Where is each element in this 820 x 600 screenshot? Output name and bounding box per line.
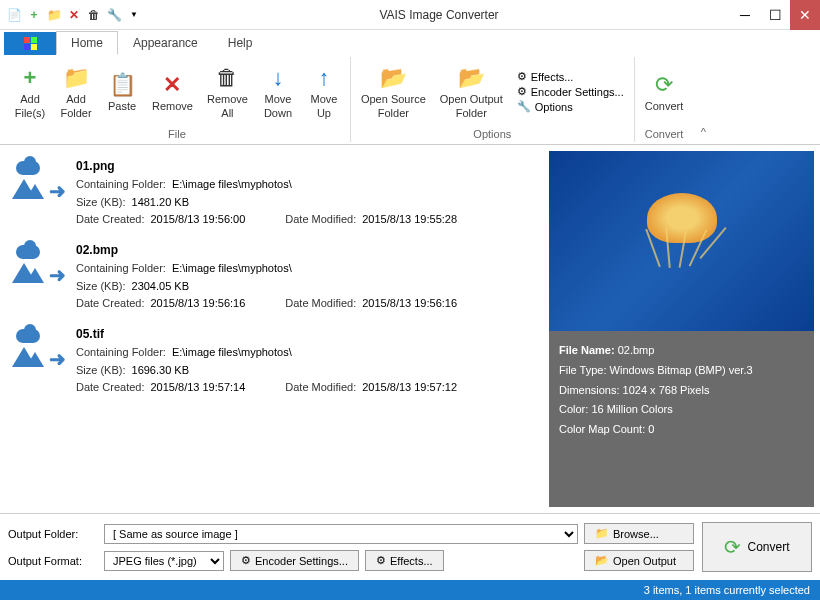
ribbon-group-convert: ⟳Convert Convert bbox=[635, 57, 694, 142]
qat-dropdown-icon[interactable]: ▼ bbox=[126, 7, 142, 23]
maximize-button[interactable]: ☐ bbox=[760, 0, 790, 30]
add-files-button[interactable]: +AddFile(s) bbox=[8, 57, 52, 126]
gear-icon: ⚙ bbox=[241, 554, 251, 567]
convert-button-main[interactable]: ⟳Convert bbox=[702, 522, 812, 572]
qat-new-icon[interactable]: 📄 bbox=[6, 7, 22, 23]
image-file-icon: ➜ bbox=[10, 241, 66, 289]
add-folder-button[interactable]: 📁AddFolder bbox=[54, 57, 98, 126]
output-format-label: Output Format: bbox=[8, 555, 98, 567]
output-folder-label: Output Folder: bbox=[8, 528, 98, 540]
move-down-button[interactable]: ↓MoveDown bbox=[256, 57, 300, 126]
encoder-settings-button-bottom[interactable]: ⚙Encoder Settings... bbox=[230, 550, 359, 571]
ribbon-group-label: Convert bbox=[639, 126, 690, 142]
tab-home[interactable]: Home bbox=[56, 31, 118, 55]
move-up-button[interactable]: ↑MoveUp bbox=[302, 57, 346, 126]
ribbon-group-label: Options bbox=[355, 126, 630, 142]
window-controls: ─ ☐ ✕ bbox=[730, 0, 820, 30]
qat-settings-icon[interactable]: 🔧 bbox=[106, 7, 122, 23]
titlebar: 📄 + 📁 ✕ 🗑 🔧 ▼ VAIS Image Converter ─ ☐ ✕ bbox=[0, 0, 820, 30]
ribbon-collapse-button[interactable]: ^ bbox=[693, 57, 713, 142]
remove-all-button[interactable]: 🗑RemoveAll bbox=[201, 57, 254, 126]
file-list[interactable]: ➜ 01.png Containing Folder:E:\image file… bbox=[6, 151, 543, 507]
status-bar: 3 items, 1 items currently selected bbox=[0, 580, 820, 600]
ribbon-tabs: Home Appearance Help bbox=[0, 30, 820, 55]
ribbon-group-file: +AddFile(s) 📁AddFolder 📋Paste ✕Remove 🗑R… bbox=[4, 57, 351, 142]
main-area: ➜ 01.png Containing Folder:E:\image file… bbox=[0, 145, 820, 513]
preview-info: File Name: 02.bmp File Type: Windows Bit… bbox=[549, 331, 814, 507]
output-format-select[interactable]: JPEG files (*.jpg) bbox=[104, 551, 224, 571]
file-details: 05.tif Containing Folder:E:\image files\… bbox=[76, 325, 539, 397]
qat-folder-icon[interactable]: 📁 bbox=[46, 7, 62, 23]
effects-button-bottom[interactable]: ⚙Effects... bbox=[365, 550, 444, 571]
effects-button[interactable]: ⚙Effects... bbox=[517, 70, 624, 83]
output-folder-select[interactable]: [ Same as source image ] bbox=[104, 524, 578, 544]
gear-icon: ⚙ bbox=[517, 85, 527, 98]
preview-panel: File Name: 02.bmp File Type: Windows Bit… bbox=[549, 151, 814, 507]
tab-appearance[interactable]: Appearance bbox=[118, 31, 213, 55]
tab-help[interactable]: Help bbox=[213, 31, 268, 55]
file-details: 02.bmp Containing Folder:E:\image files\… bbox=[76, 241, 539, 313]
ribbon-group-options: 📂Open SourceFolder 📂Open OutputFolder ⚙E… bbox=[351, 57, 635, 142]
open-source-folder-button[interactable]: 📂Open SourceFolder bbox=[355, 57, 432, 126]
file-name: 02.bmp bbox=[76, 241, 539, 260]
file-details: 01.png Containing Folder:E:\image files\… bbox=[76, 157, 539, 229]
encoder-settings-button[interactable]: ⚙Encoder Settings... bbox=[517, 85, 624, 98]
qat-add-icon[interactable]: + bbox=[26, 7, 42, 23]
status-text: 3 items, 1 items currently selected bbox=[644, 584, 810, 596]
window-title: VAIS Image Converter bbox=[148, 8, 730, 22]
file-name: 01.png bbox=[76, 157, 539, 176]
wrench-icon: 🔧 bbox=[517, 100, 531, 113]
browse-button[interactable]: 📁Browse... bbox=[584, 523, 694, 544]
qat-trash-icon[interactable]: 🗑 bbox=[86, 7, 102, 23]
quick-access-toolbar: 📄 + 📁 ✕ 🗑 🔧 ▼ bbox=[0, 7, 148, 23]
image-file-icon: ➜ bbox=[10, 157, 66, 205]
paste-button[interactable]: 📋Paste bbox=[100, 57, 144, 126]
folder-icon: 📂 bbox=[595, 554, 609, 567]
minimize-button[interactable]: ─ bbox=[730, 0, 760, 30]
ribbon-group-label: File bbox=[8, 126, 346, 142]
close-button[interactable]: ✕ bbox=[790, 0, 820, 30]
file-name: 05.tif bbox=[76, 325, 539, 344]
convert-icon: ⟳ bbox=[724, 535, 741, 559]
preview-image bbox=[549, 151, 814, 331]
open-output-folder-button[interactable]: 📂Open OutputFolder bbox=[434, 57, 509, 126]
ribbon: +AddFile(s) 📁AddFolder 📋Paste ✕Remove 🗑R… bbox=[0, 55, 820, 145]
list-item[interactable]: ➜ 05.tif Containing Folder:E:\image file… bbox=[6, 319, 543, 403]
open-output-button[interactable]: 📂Open Output bbox=[584, 550, 694, 571]
app-tab[interactable] bbox=[4, 32, 56, 55]
gear-icon: ⚙ bbox=[376, 554, 386, 567]
remove-button[interactable]: ✕Remove bbox=[146, 57, 199, 126]
options-button[interactable]: 🔧Options bbox=[517, 100, 624, 113]
list-item[interactable]: ➜ 01.png Containing Folder:E:\image file… bbox=[6, 151, 543, 235]
list-item[interactable]: ➜ 02.bmp Containing Folder:E:\image file… bbox=[6, 235, 543, 319]
qat-delete-icon[interactable]: ✕ bbox=[66, 7, 82, 23]
folder-icon: 📁 bbox=[595, 527, 609, 540]
image-file-icon: ➜ bbox=[10, 325, 66, 373]
gear-icon: ⚙ bbox=[517, 70, 527, 83]
bottom-panel: Output Folder: [ Same as source image ] … bbox=[0, 513, 820, 580]
convert-button[interactable]: ⟳Convert bbox=[639, 57, 690, 126]
